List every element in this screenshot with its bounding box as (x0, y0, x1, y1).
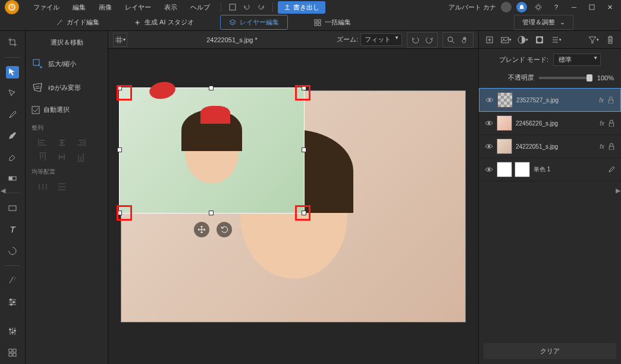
delete-icon[interactable] (604, 34, 616, 46)
rect-tool-icon[interactable] (6, 202, 19, 215)
adjustment-layer-icon[interactable]: ▾ (517, 34, 529, 46)
zoom-tool-icon[interactable] (444, 34, 457, 46)
left-expand-arrow[interactable]: ◀ (0, 184, 6, 196)
svg-point-11 (10, 299, 12, 301)
list-icon[interactable]: ▾ (550, 34, 562, 46)
move-handle-icon[interactable] (194, 222, 209, 237)
scale-option[interactable]: 拡大/縮小 (26, 52, 108, 76)
align-bottom-icon[interactable] (74, 152, 87, 162)
add-layer-icon[interactable] (484, 34, 495, 46)
minimize-icon[interactable]: ─ (567, 1, 581, 14)
autosel-checkbox[interactable]: 自動選択 (26, 99, 108, 120)
gradient-tool-icon[interactable] (6, 172, 19, 185)
svg-point-32 (488, 122, 490, 124)
fx-badge[interactable]: fx (599, 97, 604, 103)
rotate-right-icon[interactable] (423, 34, 436, 46)
eye-icon[interactable] (485, 142, 493, 150)
svg-rect-10 (9, 206, 16, 211)
shape-tool-icon[interactable] (6, 244, 19, 258)
align-hcenter-icon[interactable] (55, 138, 68, 148)
menu-edit[interactable]: 編集 (67, 1, 92, 14)
eraser-tool-icon[interactable] (6, 150, 19, 164)
menu-view[interactable]: 表示 (158, 1, 183, 14)
move-tool-icon[interactable] (6, 66, 19, 79)
grid-button[interactable]: ▾ (113, 33, 127, 47)
eye-icon[interactable] (485, 119, 493, 127)
menu-help[interactable]: ヘルプ (184, 1, 216, 14)
export-button[interactable]: 書き出し (278, 1, 325, 14)
brush-tool-icon[interactable] (6, 108, 19, 121)
align-right-icon[interactable] (74, 138, 87, 148)
mode-layer[interactable]: レイヤー編集 (220, 15, 288, 30)
mode-batch[interactable]: 一括編集 (306, 15, 359, 29)
align-vcenter-icon[interactable] (55, 152, 68, 162)
divider (221, 2, 221, 12)
layer-name: 22456226_s.jpg (516, 120, 596, 127)
lock-icon[interactable] (607, 96, 614, 103)
menu-file[interactable]: ファイル (27, 1, 65, 14)
fx-badge[interactable]: fx (600, 120, 604, 127)
align-top-icon[interactable] (36, 152, 49, 162)
mode-ai[interactable]: 生成 AI スタジオ (126, 15, 202, 29)
rotate-left-icon[interactable] (409, 34, 422, 46)
right-expand-arrow[interactable]: ▶ (615, 184, 621, 196)
mode-guide[interactable]: ガイド編集 (48, 15, 108, 29)
warp-option[interactable]: ゆがみ変形 (26, 76, 108, 99)
eye-icon[interactable] (485, 96, 494, 104)
home-icon[interactable] (226, 1, 239, 14)
maximize-icon[interactable] (585, 1, 598, 14)
rotate-handle-icon[interactable] (217, 222, 232, 237)
layer-item[interactable]: 24222051_s.jpg fx (479, 135, 621, 158)
pen-tool-icon[interactable] (6, 130, 19, 143)
image-document[interactable] (121, 90, 466, 322)
redo-icon[interactable] (255, 1, 268, 14)
rightpanel: ▾ ▾ ▾ ▾ ブレンド モード: 標準 不透明度 100% 23527527_… (478, 31, 621, 364)
menu-image[interactable]: 画像 (93, 1, 118, 14)
layers-toolbar: ▾ ▾ ▾ ▾ (479, 31, 621, 49)
svg-rect-14 (9, 329, 11, 330)
add-image-icon[interactable]: ▾ (500, 34, 512, 46)
layer-thumb (497, 139, 512, 154)
svg-rect-33 (609, 123, 613, 127)
notification-icon[interactable] (516, 2, 527, 12)
zoom-select[interactable]: フィット (360, 33, 402, 46)
selected-layer[interactable] (119, 87, 305, 214)
clear-button[interactable]: クリア (484, 343, 616, 359)
canvas-view[interactable] (108, 49, 478, 364)
filter-icon[interactable]: ▾ (588, 34, 600, 46)
close-icon[interactable]: ✕ (603, 1, 616, 14)
hand-tool-icon[interactable] (459, 34, 472, 46)
adjust-tool-icon[interactable] (6, 296, 19, 309)
align-left-icon[interactable] (36, 138, 49, 148)
blend-select[interactable]: 標準 (553, 54, 601, 66)
select-tool-icon[interactable] (6, 87, 19, 100)
layer-item[interactable]: 23527527_s.jpg fx (479, 88, 621, 112)
opacity-label: 不透明度 (508, 73, 534, 82)
menu-layer[interactable]: レイヤー (119, 1, 157, 14)
fx-badge[interactable]: fx (600, 143, 604, 150)
text-tool-icon[interactable]: T (6, 223, 19, 236)
export-label: 書き出し (293, 3, 319, 12)
eye-icon[interactable] (485, 165, 493, 174)
sliders-icon[interactable] (6, 325, 19, 338)
distribute-v-icon[interactable] (55, 182, 68, 192)
svg-point-34 (488, 145, 490, 148)
lock-icon[interactable] (608, 120, 615, 127)
layer-item[interactable]: 22456226_s.jpg fx (479, 112, 621, 135)
library-icon[interactable] (6, 346, 19, 359)
undo-icon[interactable] (240, 1, 253, 14)
adjust-label: 管理＆調整 (522, 18, 555, 27)
layer-item[interactable]: 単色 1 (479, 158, 621, 181)
opacity-slider[interactable] (539, 77, 592, 79)
crop-tool-icon[interactable] (6, 36, 19, 49)
settings-icon[interactable] (532, 1, 545, 14)
svg-rect-31 (609, 100, 613, 103)
mask-icon[interactable] (534, 34, 545, 46)
effects-tool-icon[interactable] (6, 274, 19, 287)
help-icon[interactable]: ? (550, 1, 563, 14)
adjust-button[interactable]: 管理＆調整 ⌄ (514, 15, 573, 30)
avatar-icon[interactable] (501, 2, 512, 12)
lock-icon[interactable] (608, 143, 615, 150)
edit-icon[interactable] (608, 166, 615, 173)
distribute-h-icon[interactable] (36, 182, 49, 192)
